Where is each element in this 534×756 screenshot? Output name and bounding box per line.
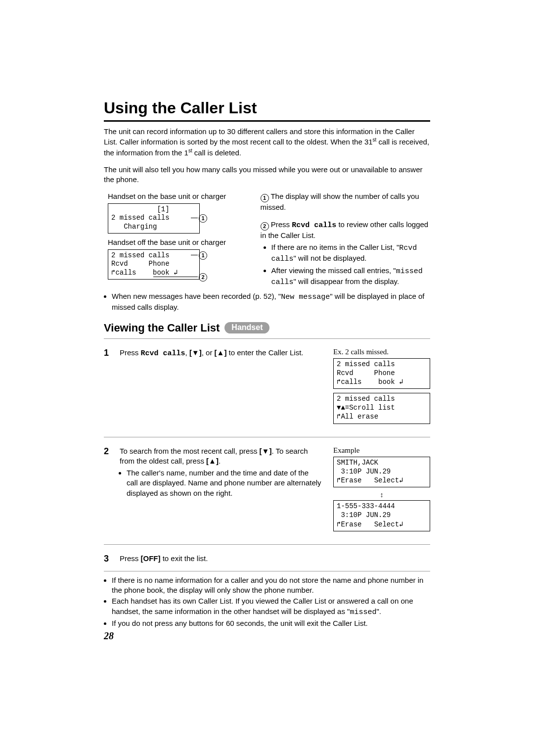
lcd-off-wrapper: 2 missed calls Rcvd Phone ↱calls book ↲ … <box>104 249 249 280</box>
intro-paragraph-1: The unit can record information up to 30… <box>104 127 430 158</box>
bottom-notes: If there is no name information for a ca… <box>112 575 430 628</box>
step-3-row: 3 Press [OFF] to exit the list. <box>104 549 430 567</box>
step-3-body: Press [OFF] to exit the list. <box>120 554 430 564</box>
step-1-body: Press Rcvd calls, [▼], or [▲] to enter t… <box>120 348 321 428</box>
step-2-bullet: The caller's name, number and the time a… <box>127 468 321 498</box>
step-1-num: 1 <box>104 348 113 428</box>
step-1-lcd-2: 2 missed calls ▼▲=Scroll list ↱All erase <box>333 393 430 424</box>
rule-step-2-3 <box>104 544 430 545</box>
diagram-columns: Handset on the base unit or charger [1] … <box>104 191 430 288</box>
step-1-side: Ex. 2 calls missed. 2 missed calls Rcvd … <box>333 348 430 428</box>
callout-1-text: 1 The display will show the number of ca… <box>261 191 430 212</box>
step-1-lcd-1: 2 missed calls Rcvd Phone ↱calls book ↲ <box>333 358 430 389</box>
intro1-c: call is deleted. <box>192 148 241 157</box>
rule-above-steps <box>104 338 430 339</box>
down-key-icon: [▼] <box>189 348 202 357</box>
rule-below-steps <box>104 571 430 571</box>
down-key-icon-2: [▼] <box>260 447 272 455</box>
callout-2-sublist: If there are no items in the Caller List… <box>271 242 430 287</box>
c1-text: The display will show the number of call… <box>261 192 419 211</box>
b1-b: " will not be displayed. <box>294 254 367 262</box>
callout-1-on: 1 <box>199 214 207 223</box>
s1-a: Press <box>120 348 141 357</box>
s3-b: to exit the list. <box>161 554 208 563</box>
c2-bullet-2: After viewing the missed call entries, "… <box>271 266 430 288</box>
step-2-side: Example SMITH,JACK 3:10P JUN.29 ↱Erase S… <box>333 446 430 535</box>
s3-a: Press <box>120 554 141 563</box>
lcd-on-base: [1] 2 missed calls Charging <box>108 203 200 234</box>
callout-2: 2 <box>199 273 207 282</box>
c2-a: Press <box>269 220 292 229</box>
b2-a: After viewing the missed call entries, " <box>271 266 396 275</box>
s1-c: , or <box>202 348 215 357</box>
step-3-num: 3 <box>104 554 113 564</box>
step-2-side-title: Example <box>333 446 430 455</box>
s1-d: to enter the Caller List. <box>226 348 303 357</box>
up-key-icon-2: [▲] <box>206 457 219 465</box>
s2-c: . <box>219 457 221 465</box>
s1-cmd: Rcvd calls <box>141 349 185 358</box>
c2-cmd: Rcvd calls <box>292 221 336 230</box>
s2-a: To search from the most recent call, pre… <box>120 447 260 455</box>
step-1-side-title: Ex. 2 calls missed. <box>333 348 430 356</box>
title-rule <box>104 120 430 122</box>
sup-1st: st <box>188 148 192 153</box>
lcd-on-wrapper: [1] 2 missed calls Charging 1 <box>104 203 249 234</box>
callout-2-icon: 2 <box>261 222 269 231</box>
rule-step-1-2 <box>104 437 430 437</box>
h2-text: Viewing the Caller List <box>104 322 220 334</box>
mid-a: When new messages have been recorded (p.… <box>112 292 281 300</box>
b2-b: " will disappear from the display. <box>294 277 399 285</box>
note-3: If you do not press any buttons for 60 s… <box>112 618 430 628</box>
lead-line-1a <box>191 218 198 218</box>
steps-table: 1 Press Rcvd calls, [▼], or [▲] to enter… <box>104 343 430 571</box>
double-arrow-icon: ↕ <box>333 491 430 498</box>
diagram-right-col: 1 The display will show the number of ca… <box>261 191 430 288</box>
n2-b: ". <box>376 607 381 615</box>
mid-cmd: New message <box>281 293 330 301</box>
handset-pill: Handset <box>224 322 269 333</box>
callout-1-icon: 1 <box>261 194 269 202</box>
step-2-body: To search from the most recent call, pre… <box>120 446 321 535</box>
n2-cmd: missed <box>350 608 376 616</box>
callout-1-off: 1 <box>199 251 207 260</box>
mid-note: When new messages have been recorded (p.… <box>112 291 430 313</box>
step-2-lcd-2: 1-555-333-4444 3:10P JUN.29 ↱Erase Selec… <box>333 500 430 531</box>
step-2-lcd-1: SMITH,JACK 3:10P JUN.29 ↱Erase Select↲ <box>333 457 430 488</box>
label-on-base: Handset on the base unit or charger <box>108 191 249 201</box>
intro1-a: The unit can record information up to 30… <box>104 127 414 146</box>
section-heading: Viewing the Caller List Handset <box>104 322 430 334</box>
lead-line-1b <box>191 255 198 255</box>
intro-paragraph-2: The unit will also tell you how many cal… <box>104 165 430 185</box>
step-2-row: 2 To search from the most recent call, p… <box>104 441 430 540</box>
note-2: Each handset has its own Caller List. If… <box>112 596 430 617</box>
diagram-left-col: Handset on the base unit or charger [1] … <box>104 191 249 288</box>
label-off-base: Handset off the base unit or charger <box>108 237 249 247</box>
step-2-sublist: The caller's name, number and the time a… <box>127 468 321 498</box>
page-title: Using the Caller List <box>104 99 430 117</box>
step-2-num: 2 <box>104 446 113 535</box>
page-number: 28 <box>104 630 430 642</box>
b1-a: If there are no items in the Caller List… <box>271 243 400 251</box>
mid-note-list: When new messages have been recorded (p.… <box>112 291 430 313</box>
up-key-icon: [▲] <box>215 348 227 357</box>
callout-2-text: 2 Press Rcvd calls to review other calls… <box>261 220 430 241</box>
lead-line-2 <box>153 277 198 277</box>
c2-bullet-1: If there are no items in the Caller List… <box>271 242 430 265</box>
note-1: If there is no name information for a ca… <box>112 575 430 596</box>
s1-b: , <box>185 348 189 357</box>
off-key: [OFF] <box>141 554 161 563</box>
step-1-row: 1 Press Rcvd calls, [▼], or [▲] to enter… <box>104 343 430 433</box>
lcd-off-base: 2 missed calls Rcvd Phone ↱calls book ↲ <box>108 249 200 280</box>
